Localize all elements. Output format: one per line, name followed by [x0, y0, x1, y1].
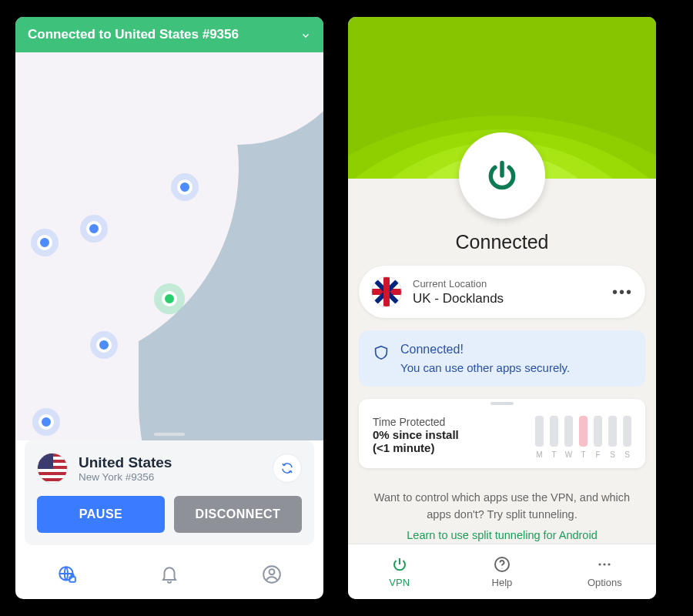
- week-day-label: S: [624, 450, 630, 459]
- server-detail: New York #9356: [79, 471, 262, 483]
- tab-options[interactable]: Options: [554, 544, 656, 599]
- nav-notifications[interactable]: [159, 564, 179, 588]
- refresh-icon: [280, 461, 294, 475]
- week-day-label: W: [565, 450, 572, 459]
- time-protected-card[interactable]: Time Protected 0% since install (<1 minu…: [359, 399, 645, 468]
- user-icon: [262, 564, 282, 584]
- server-pin[interactable]: [177, 179, 192, 195]
- location-value: UK - Docklands: [413, 291, 601, 306]
- tip: Want to control which apps use the VPN, …: [367, 490, 638, 543]
- connection-banner-text: Connected to United States #9356: [28, 27, 239, 42]
- drag-handle[interactable]: [490, 402, 514, 405]
- shield-icon: [373, 344, 390, 361]
- svg-point-3: [270, 569, 275, 574]
- bottom-nav: VPN Help Options: [348, 544, 656, 599]
- svg-point-7: [604, 563, 606, 565]
- drag-handle[interactable]: [154, 433, 185, 436]
- server-pin[interactable]: [96, 337, 112, 353]
- tip-text: Want to control which apps use the VPN, …: [374, 491, 630, 520]
- week-chart: MTWTFSS: [471, 416, 631, 459]
- dots-icon: •••: [612, 283, 633, 300]
- server-pin[interactable]: [38, 414, 54, 430]
- connection-status: Connected: [348, 231, 656, 253]
- svg-point-6: [599, 563, 601, 565]
- power-button[interactable]: [459, 132, 545, 219]
- info-body: You can use other apps securely.: [400, 361, 570, 374]
- nav-profile[interactable]: [262, 564, 282, 588]
- week-day: W: [564, 416, 573, 459]
- vpn-app-nord: Connected to United States #9356 United …: [15, 17, 323, 599]
- pause-button[interactable]: PAUSE: [37, 496, 165, 533]
- power-icon: [390, 555, 409, 574]
- location-card[interactable]: Current Location UK - Docklands •••: [359, 266, 645, 318]
- week-day-bar: [608, 416, 617, 447]
- time-protected-value: 0% since install: [373, 428, 459, 441]
- flag-icon-us: [37, 453, 68, 484]
- tab-options-label: Options: [588, 577, 622, 588]
- week-day-bar: [564, 416, 573, 447]
- server-country: United States: [79, 454, 262, 471]
- week-day: S: [608, 416, 617, 459]
- week-day: F: [594, 416, 602, 459]
- info-title: Connected!: [400, 343, 570, 357]
- tab-help-label: Help: [492, 577, 513, 588]
- location-label: Current Location: [413, 278, 601, 290]
- week-day: M: [535, 416, 544, 459]
- week-day: T: [579, 416, 588, 459]
- time-protected-label: Time Protected: [373, 416, 459, 428]
- server-map[interactable]: [15, 52, 323, 440]
- week-day-label: S: [610, 450, 615, 459]
- tab-help[interactable]: Help: [450, 544, 553, 599]
- connection-banner[interactable]: Connected to United States #9356: [15, 17, 323, 52]
- bottom-nav: [15, 553, 323, 599]
- svg-point-5: [501, 567, 502, 568]
- location-more-button[interactable]: •••: [612, 283, 633, 301]
- nav-globe[interactable]: [57, 564, 77, 588]
- week-day-label: F: [595, 450, 600, 459]
- week-day-bar: [579, 416, 588, 447]
- chevron-down-icon: [300, 29, 311, 40]
- refresh-button[interactable]: [273, 454, 302, 483]
- server-pin[interactable]: [86, 221, 102, 236]
- globe-lock-icon: [57, 564, 77, 584]
- bell-icon: [159, 564, 179, 584]
- help-icon: [493, 555, 511, 574]
- week-day-bar: [623, 416, 631, 447]
- week-day-bar: [594, 416, 602, 447]
- week-day-bar: [535, 416, 544, 447]
- tab-vpn[interactable]: VPN: [348, 544, 450, 599]
- week-day-label: T: [551, 450, 556, 459]
- week-day-label: M: [536, 450, 542, 459]
- disconnect-button[interactable]: DISCONNECT: [174, 496, 302, 533]
- week-day: T: [550, 416, 558, 459]
- server-pin[interactable]: [37, 235, 52, 250]
- svg-point-8: [608, 563, 611, 565]
- tab-vpn-label: VPN: [389, 577, 410, 588]
- dots-icon: [595, 555, 614, 574]
- week-day: S: [623, 416, 631, 459]
- tip-link[interactable]: Learn to use split tunneling for Android: [367, 527, 638, 544]
- server-card: United States New York #9356 PAUSE DISCO…: [25, 440, 314, 545]
- flag-icon-uk: [371, 276, 402, 307]
- info-card: Connected! You can use other apps secure…: [359, 330, 645, 387]
- time-protected-sub: (<1 minute): [373, 441, 459, 454]
- server-pin-active[interactable]: [162, 291, 177, 306]
- week-day-label: T: [581, 450, 585, 459]
- week-day-bar: [550, 416, 558, 447]
- power-icon: [485, 159, 519, 192]
- vpn-app-express: Connected Current Location UK - Dockland…: [348, 17, 656, 599]
